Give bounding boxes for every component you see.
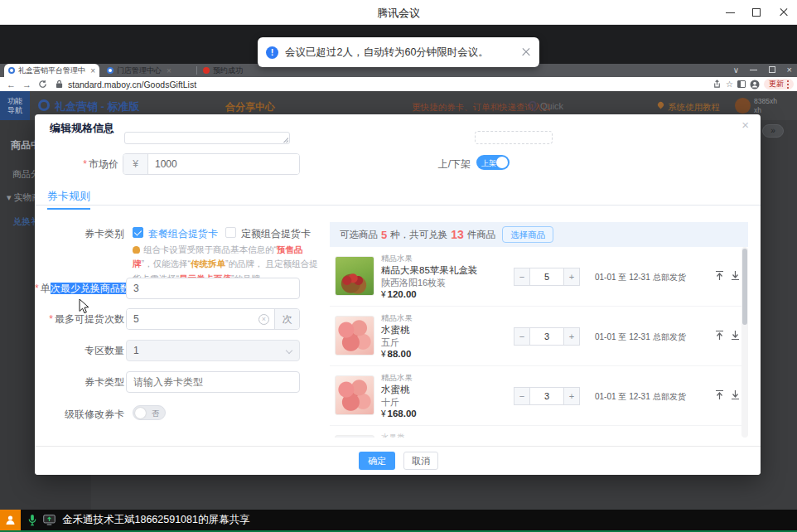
chevron-down-icon[interactable]: ∨ — [733, 65, 739, 75]
product-image-placeholder — [335, 435, 374, 438]
clear-icon[interactable]: × — [258, 314, 269, 325]
modal-close-icon[interactable]: × — [741, 118, 749, 132]
share-icon[interactable] — [712, 80, 722, 89]
browser-close-icon[interactable]: × — [787, 65, 792, 75]
nav-toggle-line1: 功能 — [7, 97, 22, 106]
maximize-button[interactable] — [744, 0, 770, 25]
toggle-knob — [496, 157, 508, 168]
product-row-partial: 水果类 — [330, 426, 741, 438]
move-to-bottom-icon[interactable] — [730, 270, 741, 281]
product-spec: 五斤 — [381, 336, 399, 349]
share-center-link[interactable]: 合分享中心 — [225, 100, 275, 114]
tab-label: 预约成功 — [213, 65, 243, 76]
browser-tab-1[interactable]: 礼盒营销平台管理中心 × — [4, 64, 99, 77]
edit-spec-modal: 编辑规格信息 × *市场价 ¥ 上/下架 上架 券卡规则 券卡类别 套餐组合提货… — [35, 114, 761, 475]
stepper-minus-button[interactable]: − — [514, 268, 530, 286]
tab-coupon-rules[interactable]: 券卡规则 — [47, 189, 90, 210]
product-name: 水蜜桃 — [381, 324, 410, 336]
product-brand: 精品水果 — [381, 373, 413, 384]
product-name: 水蜜桃 — [381, 384, 410, 396]
card-type-input[interactable] — [126, 371, 300, 393]
required-asterisk: * — [49, 313, 53, 325]
user-avatar[interactable] — [735, 98, 751, 114]
confirm-button[interactable]: 确定 — [359, 452, 395, 470]
nav-toggle-button[interactable]: 功能 导航 — [0, 91, 30, 120]
toast-text: 会议已超过2人，自动转为60分钟限时会议。 — [285, 46, 489, 60]
tab-label: 礼盒营销平台管理中心 — [18, 65, 85, 76]
tab-favicon — [203, 67, 210, 74]
nav-toggle-line2: 导航 — [7, 106, 22, 115]
expand-collapse-button[interactable]: » — [762, 124, 784, 138]
move-to-bottom-icon[interactable] — [730, 330, 741, 341]
stepper-value[interactable]: 3 — [530, 327, 563, 346]
product-image-peaches — [335, 375, 374, 415]
browser-tab-2[interactable]: 门店管理中心 × — [103, 64, 194, 77]
min-exchange-input[interactable] — [126, 278, 300, 299]
presenter-avatar-icon — [0, 510, 21, 530]
checkbox-combo-card-label[interactable]: 套餐组合提货卡 — [148, 227, 218, 241]
shelf-label: 上/下架 — [389, 157, 471, 172]
screen-share-icon — [43, 515, 56, 525]
product-row: 精品水果 水蜜桃 五斤 ¥88.00 − 3 + 01-01 至 12-31 总… — [330, 307, 741, 366]
product-spec: 陕西洛阳16枚装 — [381, 277, 446, 289]
side-panel-icon[interactable] — [737, 80, 746, 88]
stepper-value[interactable]: 5 — [530, 268, 563, 286]
refresh-icon[interactable] — [38, 80, 47, 89]
stepper-plus-button[interactable]: + — [563, 268, 580, 286]
tab-divider-line — [35, 205, 761, 206]
cascade-label: 级联修改券卡 — [35, 408, 124, 422]
tab-favicon — [8, 67, 15, 74]
checkbox-fixed-card-label[interactable]: 定额组合提货卡 — [241, 227, 311, 241]
stepper-minus-button[interactable]: − — [514, 327, 530, 346]
tutorial-link[interactable]: 系统使用教程 — [668, 102, 720, 114]
chevron-down-icon — [286, 347, 292, 354]
toggle-knob — [135, 408, 146, 418]
market-price-input[interactable] — [148, 154, 299, 174]
bookmark-star-icon[interactable]: ☆ — [726, 80, 733, 89]
move-to-top-icon[interactable] — [714, 389, 725, 400]
forward-icon[interactable]: → — [22, 80, 31, 89]
move-to-bottom-icon[interactable] — [730, 389, 741, 400]
stepper-value[interactable]: 3 — [530, 387, 563, 405]
exchangeable-total: 13 — [451, 228, 464, 241]
url-text[interactable]: standard.maboy.cn/GoodsGiftList — [68, 80, 196, 89]
toast-close-icon[interactable] — [521, 47, 531, 57]
product-shipping: 总部发货 — [653, 272, 686, 283]
summary-text: 可选商品 — [340, 229, 378, 241]
shelf-toggle[interactable]: 上架 — [476, 155, 510, 170]
stepper-plus-button[interactable]: + — [563, 327, 580, 346]
modal-title: 编辑规格信息 — [50, 121, 114, 136]
checkbox-fixed-card[interactable] — [225, 227, 236, 238]
product-row: 精品水果 精品大果85苹果礼盒装 陕西洛阳16枚装 ¥120.00 − 5 + … — [330, 247, 741, 307]
partial-upload-box[interactable] — [475, 131, 553, 144]
move-to-top-icon[interactable] — [714, 270, 725, 281]
move-to-top-icon[interactable] — [714, 330, 725, 341]
browser-update-button[interactable]: 更新 — [764, 79, 794, 89]
required-asterisk: * — [83, 158, 87, 170]
scrollbar-thumb[interactable] — [742, 249, 747, 325]
user-name: 8385xh xh — [754, 97, 777, 115]
bulb-icon — [133, 246, 140, 254]
close-button[interactable] — [770, 0, 797, 25]
partial-textarea[interactable] — [124, 132, 290, 144]
max-pick-input[interactable] — [127, 309, 258, 329]
profile-icon[interactable] — [750, 80, 760, 89]
tab-close-icon[interactable]: × — [90, 66, 95, 75]
info-icon: ! — [266, 46, 278, 59]
zone-count-select[interactable]: 1 — [126, 340, 300, 361]
select-products-button[interactable]: 选择商品 — [502, 226, 553, 243]
back-icon[interactable]: ← — [7, 80, 16, 89]
cascade-toggle[interactable]: 否 — [133, 405, 166, 420]
products-scrollbar — [741, 247, 748, 438]
browser-tab-3[interactable]: 预约成功 — [199, 64, 257, 77]
products-list: 精品水果 精品大果85苹果礼盒装 陕西洛阳16枚装 ¥120.00 − 5 + … — [330, 247, 748, 438]
checkbox-combo-card[interactable] — [133, 227, 143, 238]
cancel-button[interactable]: 取消 — [403, 452, 438, 470]
minimize-button[interactable] — [717, 0, 744, 25]
browser-minimize-icon[interactable] — [750, 70, 757, 70]
browser-restore-icon[interactable] — [769, 66, 775, 73]
menu-dots-icon[interactable] — [787, 84, 789, 85]
tab-close-icon[interactable]: × — [167, 66, 171, 75]
stepper-minus-button[interactable]: − — [514, 387, 530, 405]
stepper-plus-button[interactable]: + — [563, 387, 580, 405]
